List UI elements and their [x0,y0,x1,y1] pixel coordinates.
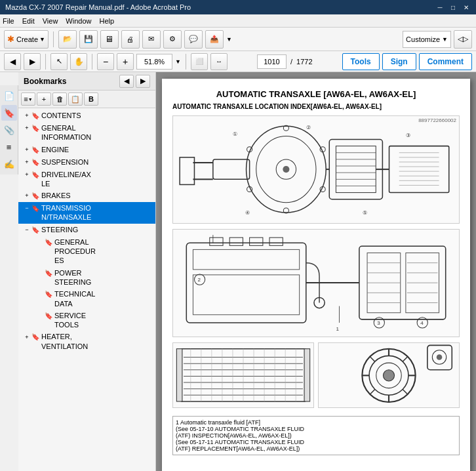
tree-item-technical-data[interactable]: 🔖 TECHNICALDATA [18,288,155,310]
maximize-button[interactable]: □ [448,3,458,12]
tree-label-service-tools: SERVICETOOLS [54,311,153,330]
menu-window[interactable]: Window [66,17,91,25]
paperclip-icon[interactable]: 📎 [1,122,17,138]
bm-properties-button[interactable]: 📋 [68,92,83,106]
middle-diagram-svg: 1 2 3 4 [173,230,459,336]
expand-gen-procedures [35,238,45,247]
bookmark-icon-engine: 🔖 [31,146,39,154]
print-button[interactable]: 🖨 [121,30,140,49]
bookmarks-icon[interactable]: 🔖 [1,105,17,121]
expand-button[interactable]: ◁▷ [454,30,472,49]
tree-item-power-steering[interactable]: 🔖 POWERSTEERING [18,267,155,289]
menu-view[interactable]: View [43,17,58,25]
bm-options-button[interactable]: ≡▼ [21,92,35,106]
comment-button[interactable]: Comment [419,53,472,70]
svg-rect-23 [389,146,449,193]
settings-button[interactable]: ⚙ [163,30,182,49]
forward-button[interactable]: ▶ [24,53,41,70]
svg-rect-13 [180,157,194,185]
bottom-right-svg [319,342,459,408]
save-button[interactable]: 💾 [79,30,98,49]
expand-driveline[interactable]: + [22,171,31,180]
comment-bubble-button[interactable]: 💬 [184,30,203,49]
bookmark-icon-suspension: 🔖 [31,158,39,167]
svg-text:②: ② [306,125,311,131]
print-preview-button[interactable]: 🖥 [100,30,119,49]
menu-help[interactable]: Help [99,17,114,25]
tree-item-general-info[interactable]: + 🔖 GENERALINFORMATION [18,122,155,144]
signature-icon[interactable]: ✍ [1,156,17,172]
email-button[interactable]: ✉ [142,30,161,49]
expand-contents[interactable]: + [22,112,31,121]
tools-button[interactable]: Tools [342,53,380,70]
svg-text:④: ④ [245,210,250,216]
page-container: AUTOMATIC TRANSAXLE [AW6A-EL, AW6AX-EL] … [162,79,470,471]
tree-item-heater-vent[interactable]: + 🔖 HEATER,VENTILATION [18,331,155,352]
title-bar: Mazda CX-7 2007 Repair Manual.pdf - Adob… [0,0,476,14]
cursor-button[interactable]: ↖ [50,53,68,70]
zoom-dropdown-arrow[interactable]: ▼ [175,58,181,65]
note-line-3: (ATF) INSPECTION[AW6A-EL, AW6AX-EL]) [176,432,456,439]
pages-icon[interactable]: 📄 [1,88,17,104]
zoom-in-button[interactable]: + [117,53,134,70]
close-button[interactable]: ✕ [462,3,471,12]
note-line-1: 1 Automatic transaxle fluid [ATF] [176,419,456,426]
svg-line-98 [370,357,374,361]
diagram-middle: 1 2 3 4 [172,229,460,337]
tree-label-transmission: TRANSMISSION/TRANSAXLE [41,203,153,222]
svg-text:3: 3 [377,320,380,326]
svg-text:①: ① [233,132,237,138]
expand-general-info[interactable]: + [22,124,31,133]
expand-suspension[interactable]: + [22,158,31,167]
menu-bar: File Edit View Window Help [0,14,476,28]
create-button[interactable]: ✱ Create ▼ [4,30,49,49]
tree-label-technical-data: TECHNICALDATA [54,289,153,308]
zoom-input[interactable] [136,54,172,70]
sign-button[interactable]: Sign [382,53,416,70]
customize-dropdown[interactable]: Customize ▼ [403,31,451,48]
bottom-left-svg [173,342,313,408]
expand-brakes[interactable]: + [22,192,31,201]
svg-rect-39 [193,250,299,270]
minimize-button[interactable]: ─ [435,3,445,12]
zoom-out-button[interactable]: − [97,53,114,70]
svg-rect-42 [229,238,243,246]
fit-page-button[interactable]: ⬜ [191,53,208,70]
panel-options-button[interactable]: ▶ [136,75,150,88]
tree-item-contents[interactable]: + 🔖 CONTENTS [18,110,155,122]
expand-transmission[interactable]: − [22,204,31,213]
tree-item-transmission[interactable]: − 🔖 TRANSMISSION/TRANSAXLE [18,202,155,224]
expand-engine[interactable]: + [22,146,31,155]
fit-width-button[interactable]: ↔ [210,53,228,70]
expand-heater-vent[interactable]: + [22,333,31,342]
bm-delete-button[interactable]: 🗑 [52,92,67,106]
share-button[interactable]: 📤 [205,30,224,49]
svg-point-104 [437,354,443,360]
menu-file[interactable]: File [3,17,14,25]
page-input[interactable] [257,54,287,69]
menu-edit[interactable]: Edit [22,17,35,25]
tree-item-engine[interactable]: + 🔖 ENGINE [18,144,155,156]
tree-item-steering[interactable]: − 🔖 STEERING [18,224,155,236]
tree-item-driveline[interactable]: + 🔖 DRIVELINE/AXLE [18,169,155,190]
bm-new-button[interactable]: + [37,92,51,106]
layers-icon[interactable]: ≡ [1,139,17,155]
toolbar-separator-1 [53,31,54,47]
back-button[interactable]: ◀ [4,53,21,70]
document-area[interactable]: AUTOMATIC TRANSAXLE [AW6A-EL, AW6AX-EL] … [156,72,476,471]
tree-item-gen-procedures[interactable]: 🔖 GENERALPROCEDURES [18,236,155,267]
tree-item-service-tools[interactable]: 🔖 SERVICETOOLS [18,310,155,331]
bm-bold-button[interactable]: B [84,92,98,106]
title-bar-controls: ─ □ ✕ [435,3,471,12]
bookmark-icon-power-steering: 🔖 [45,269,52,277]
note-line-5: (ATF) REPLACEMENT[AW6A-EL, AW6AX-EL]) [176,445,456,452]
hand-button[interactable]: ✋ [70,53,87,70]
expand-steering[interactable]: − [22,226,31,235]
tree-item-brakes[interactable]: + 🔖 BRAKES [18,190,155,202]
toolbar-more[interactable]: ▼ [226,36,232,43]
bottom-note: 1 Automatic transaxle fluid [ATF] (See 0… [172,416,460,455]
tree-item-suspension[interactable]: + 🔖 SUSPENSION [18,156,155,169]
collapse-panel-button[interactable]: ◀ [119,75,134,88]
bookmark-icon-general-info: 🔖 [31,124,39,133]
open-button[interactable]: 📂 [58,30,77,49]
